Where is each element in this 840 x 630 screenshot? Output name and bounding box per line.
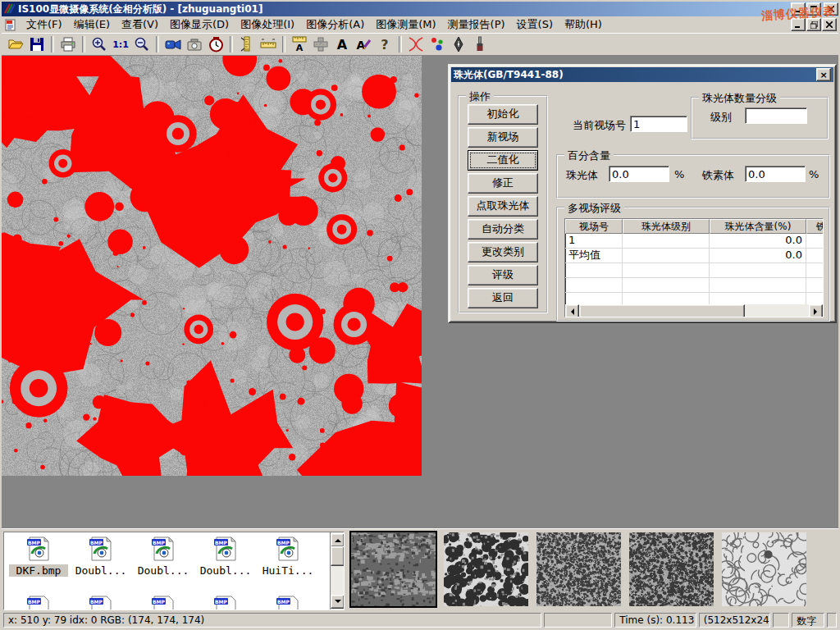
correct-button[interactable]: 修正: [468, 173, 538, 194]
caliper-text-icon: A: [291, 36, 308, 52]
init-button[interactable]: 初始化: [468, 104, 538, 125]
file-item[interactable]: BMP: [71, 595, 130, 610]
menu-image-processing[interactable]: 图像处理(I): [235, 16, 300, 34]
ferrite-percent-input[interactable]: [745, 166, 806, 182]
scroll-left-button[interactable]: [565, 304, 579, 317]
dialog-title: 珠光体(GB/T9441-88): [454, 68, 564, 82]
video-capture-button[interactable]: [162, 34, 184, 54]
thumbnail-2[interactable]: [444, 532, 528, 606]
edit-annotation-button[interactable]: A: [353, 34, 374, 54]
table-row[interactable]: 1 0.0: [565, 234, 823, 249]
percent-group: 百分含量 珠光体 % 铁素体 %: [556, 154, 830, 199]
pick-pearlite-button[interactable]: 点取珠光体: [468, 196, 538, 217]
file-item[interactable]: BMP DKF.bmp: [9, 536, 68, 577]
change-class-button[interactable]: 更改类别: [468, 242, 538, 262]
auto-classify-button[interactable]: 自动分类: [468, 219, 538, 240]
workspace: 珠光体(GB/T9441-88) × 操作 初始化 新视场 二值化 修正 点取珠…: [2, 55, 838, 528]
file-name[interactable]: Doubl...: [71, 564, 130, 577]
table-row[interactable]: 平均值 0.0: [565, 249, 823, 263]
menu-edit[interactable]: 编辑(E): [68, 16, 116, 34]
pearlite-percent-input[interactable]: [609, 166, 669, 182]
thumbnail-5[interactable]: [722, 532, 806, 606]
particle-analysis-button[interactable]: [427, 34, 448, 54]
file-name[interactable]: HuiTi...: [258, 564, 317, 577]
menu-file[interactable]: 文件(F): [21, 16, 68, 34]
scroll-right-button[interactable]: [809, 304, 823, 317]
curve-tool-button[interactable]: [405, 34, 427, 54]
zoom-in-button[interactable]: [89, 34, 110, 54]
file-item[interactable]: BMP: [9, 595, 68, 610]
bmp-label: BMP: [215, 540, 228, 546]
menu-image-measure[interactable]: 图像测量(M): [370, 16, 441, 34]
scroll-up-button[interactable]: [331, 533, 345, 547]
thumbnail-1[interactable]: [351, 532, 436, 606]
photo-camera-icon: [186, 38, 203, 52]
file-name[interactable]: Doubl...: [134, 564, 193, 577]
scroll-down-button[interactable]: [331, 595, 345, 609]
caliper-measure-button[interactable]: [236, 34, 258, 54]
table-row-empty: [565, 263, 823, 278]
menu-image-display[interactable]: 图像显示(D): [164, 16, 235, 34]
new-field-button[interactable]: 新视场: [468, 127, 538, 148]
current-field-input[interactable]: [630, 116, 687, 132]
brush-tool-button[interactable]: [469, 34, 491, 54]
pearlite-dialog: 珠光体(GB/T9441-88) × 操作 初始化 新视场 二值化 修正 点取珠…: [448, 64, 837, 323]
document-icon[interactable]: [5, 19, 17, 31]
thumbnail-4[interactable]: [629, 532, 714, 606]
grade-button[interactable]: 评级: [468, 265, 538, 285]
file-item[interactable]: BMP: [258, 595, 317, 610]
file-name[interactable]: DKF.bmp: [9, 564, 68, 577]
file-name[interactable]: Doubl...: [196, 564, 255, 577]
file-item[interactable]: BMP Doubl...: [134, 536, 193, 577]
help-button[interactable]: ?: [374, 34, 395, 54]
grid-tool-button[interactable]: [310, 34, 331, 54]
video-camera-icon: [165, 38, 181, 51]
save-button[interactable]: [26, 34, 48, 54]
close-icon: ×: [819, 70, 827, 80]
thumbnail-3[interactable]: [536, 532, 621, 606]
file-item[interactable]: BMP Doubl...: [71, 536, 130, 577]
cell-field-no: 平均值: [565, 249, 623, 262]
bmp-label: BMP: [277, 540, 290, 546]
file-item[interactable]: BMP HuiTi...: [258, 536, 317, 577]
file-item[interactable]: BMP: [196, 595, 255, 610]
menu-settings[interactable]: 设置(S): [511, 16, 559, 34]
maximize-button[interactable]: [806, 2, 821, 16]
col-ferrite: 铁素体: [806, 219, 824, 234]
print-button[interactable]: [57, 34, 79, 54]
zoom-out-button[interactable]: [131, 34, 153, 54]
menu-help[interactable]: 帮助(H): [559, 16, 608, 34]
dialog-title-bar[interactable]: 珠光体(GB/T9441-88) ×: [451, 67, 833, 82]
micrograph-canvas[interactable]: [2, 56, 422, 476]
mdi-close-button[interactable]: [822, 18, 837, 31]
scrollbar-thumb[interactable]: [331, 546, 345, 566]
menu-measure-report[interactable]: 测量报告(P): [442, 16, 511, 34]
return-button[interactable]: 返回: [468, 288, 538, 308]
cell-ferrite: [806, 249, 824, 262]
dialog-close-button[interactable]: ×: [816, 68, 831, 81]
bmp-file-icon: BMP: [150, 595, 176, 610]
menu-image-analysis[interactable]: 图像分析(A): [300, 16, 370, 34]
file-item[interactable]: BMP: [134, 595, 193, 610]
menu-view[interactable]: 查看(V): [116, 16, 164, 34]
binarize-button[interactable]: 二值化: [468, 150, 538, 171]
open-button[interactable]: [5, 34, 26, 54]
minimize-button[interactable]: [791, 2, 806, 16]
timer-button[interactable]: [205, 34, 226, 54]
file-list-scrollbar[interactable]: [330, 532, 344, 609]
close-button[interactable]: [824, 2, 838, 16]
table-horizontal-scrollbar[interactable]: [565, 304, 823, 317]
mdi-minimize-button[interactable]: [791, 18, 806, 31]
mdi-restore-button[interactable]: [806, 18, 821, 31]
ruler-measure-button[interactable]: [258, 34, 279, 54]
pen-tool-button[interactable]: [448, 34, 469, 54]
zoom-in-icon: [91, 36, 107, 52]
actual-size-button[interactable]: 1:1: [110, 34, 131, 54]
text-annotation-button[interactable]: A: [331, 34, 353, 54]
file-item[interactable]: BMP Doubl...: [196, 536, 255, 577]
scrollbar-thumb[interactable]: [579, 304, 745, 317]
ferrite-label: 铁素体: [702, 168, 734, 183]
measure-text-button[interactable]: A: [289, 34, 310, 54]
photo-capture-button[interactable]: [184, 34, 205, 54]
level-input[interactable]: [745, 107, 807, 124]
